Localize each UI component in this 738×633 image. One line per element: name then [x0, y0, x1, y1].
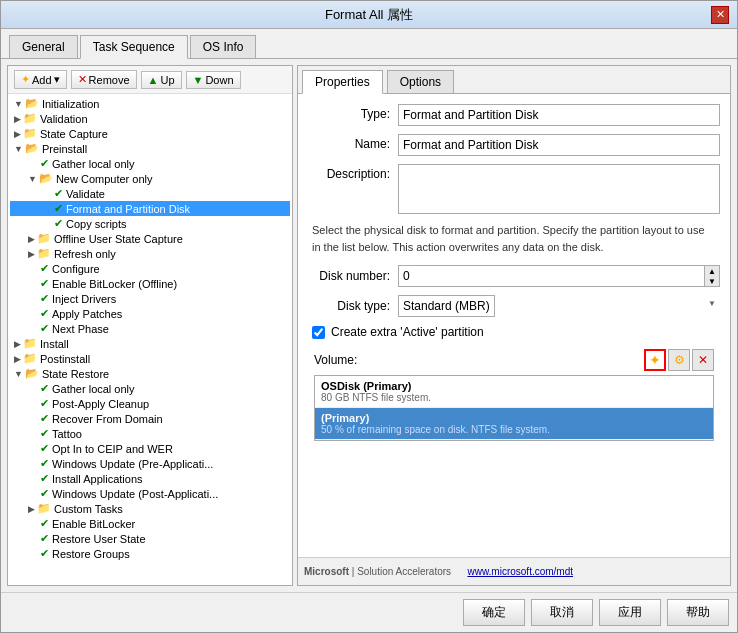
tab-options[interactable]: Options	[387, 70, 454, 93]
title-bar: Format All 属性 ✕	[1, 1, 737, 29]
tree-item[interactable]: ▼📂State Restore	[10, 366, 290, 381]
disk-number-row: Disk number: ▲ ▼	[308, 265, 720, 287]
properties-panel: Properties Options Type: Name: Descripti…	[297, 65, 731, 586]
tab-task-sequence[interactable]: Task Sequence	[80, 35, 188, 59]
tree-item[interactable]: ✔Inject Drivers	[10, 291, 290, 306]
gear-icon: ⚙	[674, 353, 685, 367]
volume-add-button[interactable]: ✦	[644, 349, 666, 371]
active-partition-row: Create extra 'Active' partition	[312, 325, 716, 339]
tree-item[interactable]: ✔Format and Partition Disk	[10, 201, 290, 216]
main-content: ✦ Add ▾ ✕ Remove ▲ Up ▼ Down	[1, 59, 737, 592]
tree-item[interactable]: ▶📁Custom Tasks	[10, 501, 290, 516]
up-icon: ▲	[148, 74, 159, 86]
spinner-down-button[interactable]: ▼	[705, 276, 719, 286]
disk-type-select[interactable]: Standard (MBR) GPT	[398, 295, 495, 317]
spinner-up-button[interactable]: ▲	[705, 266, 719, 276]
tab-general[interactable]: General	[9, 35, 78, 58]
description-row: Description:	[308, 164, 720, 214]
tree-item[interactable]: ✔Restore User State	[10, 531, 290, 546]
tree-item[interactable]: ▶📁Postinstall	[10, 351, 290, 366]
tree-item[interactable]: ✔Recover From Domain	[10, 411, 290, 426]
volume-edit-button[interactable]: ⚙	[668, 349, 690, 371]
window-title: Format All 属性	[27, 6, 711, 24]
properties-content: Type: Name: Description: Select the phys…	[298, 94, 730, 557]
tree-item[interactable]: ▶📁State Capture	[10, 126, 290, 141]
name-row: Name:	[308, 134, 720, 156]
tree-item[interactable]: ✔Windows Update (Pre-Applicati...	[10, 456, 290, 471]
asterisk-icon: ✦	[649, 352, 661, 368]
tree-item[interactable]: ✔Post-Apply Cleanup	[10, 396, 290, 411]
tree-item[interactable]: ▶📁Validation	[10, 111, 290, 126]
tree-item[interactable]: ▶📁Refresh only	[10, 246, 290, 261]
remove-icon: ✕	[78, 73, 87, 86]
type-input[interactable]	[398, 104, 720, 126]
cancel-button[interactable]: 取消	[531, 599, 593, 626]
description-input[interactable]	[398, 164, 720, 214]
close-button[interactable]: ✕	[711, 6, 729, 24]
tree-item[interactable]: ✔Next Phase	[10, 321, 290, 336]
ms-link[interactable]: www.microsoft.com/mdt	[467, 566, 573, 577]
remove-button[interactable]: ✕ Remove	[71, 70, 137, 89]
volume-label: Volume:	[314, 353, 357, 367]
tree-panel: ✦ Add ▾ ✕ Remove ▲ Up ▼ Down	[7, 65, 293, 586]
tree-item[interactable]: ✔Apply Patches	[10, 306, 290, 321]
name-label: Name:	[308, 134, 398, 151]
tree-item[interactable]: ✔Gather local only	[10, 156, 290, 171]
description-label: Description:	[308, 164, 398, 181]
tree-item[interactable]: ▶📁Install	[10, 336, 290, 351]
tree-item[interactable]: ✔Opt In to CEIP and WER	[10, 441, 290, 456]
type-label: Type:	[308, 104, 398, 121]
tree-item[interactable]: ✔Enable BitLocker (Offline)	[10, 276, 290, 291]
spinner-buttons: ▲ ▼	[704, 265, 720, 287]
add-button[interactable]: ✦ Add ▾	[14, 70, 67, 89]
type-row: Type:	[308, 104, 720, 126]
disk-number-spinner: ▲ ▼	[398, 265, 720, 287]
volume-remove-button[interactable]: ✕	[692, 349, 714, 371]
tree-item[interactable]: ✔Restore Groups	[10, 546, 290, 561]
volume-item-1-desc: 80 GB NTFS file system.	[321, 392, 707, 403]
ok-button[interactable]: 确定	[463, 599, 525, 626]
tree-item[interactable]: ✔Windows Update (Post-Applicati...	[10, 486, 290, 501]
volume-list[interactable]: OSDisk (Primary) 80 GB NTFS file system.…	[314, 375, 714, 441]
tab-os-info[interactable]: OS Info	[190, 35, 257, 58]
properties-tab-bar: Properties Options	[298, 66, 730, 94]
tree-item[interactable]: ✔Install Applications	[10, 471, 290, 486]
disk-number-input[interactable]	[398, 265, 704, 287]
volume-item-1-name: OSDisk (Primary)	[321, 380, 707, 392]
main-window: Format All 属性 ✕ General Task Sequence OS…	[0, 0, 738, 633]
tree-toolbar: ✦ Add ▾ ✕ Remove ▲ Up ▼ Down	[8, 66, 292, 94]
tree-item[interactable]: ▶📁Offline User State Capture	[10, 231, 290, 246]
help-button[interactable]: 帮助	[667, 599, 729, 626]
tab-properties[interactable]: Properties	[302, 70, 383, 94]
disk-type-label: Disk type:	[308, 299, 398, 313]
volume-item-1[interactable]: OSDisk (Primary) 80 GB NTFS file system.	[315, 376, 713, 408]
tree-item[interactable]: ✔Configure	[10, 261, 290, 276]
volume-buttons: ✦ ⚙ ✕	[644, 349, 714, 371]
task-sequence-tree[interactable]: ▼📂Initialization▶📁Validation▶📁State Capt…	[8, 94, 292, 585]
tree-item[interactable]: ✔Gather local only	[10, 381, 290, 396]
down-button[interactable]: ▼ Down	[186, 71, 241, 89]
tree-item[interactable]: ✔Tattoo	[10, 426, 290, 441]
microsoft-logo: Microsoft | Solution Accelerators www.mi…	[304, 566, 573, 577]
volume-item-2[interactable]: (Primary) 50 % of remaining space on dis…	[315, 408, 713, 440]
tree-item[interactable]: ▼📂Initialization	[10, 96, 290, 111]
microsoft-label: Microsoft | Solution Accelerators	[304, 566, 451, 577]
dialog-buttons: 确定 取消 应用 帮助	[1, 592, 737, 632]
up-button[interactable]: ▲ Up	[141, 71, 182, 89]
tree-item[interactable]: ✔Copy scripts	[10, 216, 290, 231]
footer-bar: Microsoft | Solution Accelerators www.mi…	[298, 557, 730, 585]
tree-item[interactable]: ▼📂Preinstall	[10, 141, 290, 156]
add-icon: ✦	[21, 73, 30, 86]
tree-item[interactable]: ✔Enable BitLocker	[10, 516, 290, 531]
volume-item-2-desc: 50 % of remaining space on disk. NTFS fi…	[321, 424, 707, 435]
name-input[interactable]	[398, 134, 720, 156]
tree-item[interactable]: ▼📂New Computer only	[10, 171, 290, 186]
apply-button[interactable]: 应用	[599, 599, 661, 626]
add-dropdown-icon: ▾	[54, 73, 60, 86]
disk-type-select-wrap: Standard (MBR) GPT	[398, 295, 720, 317]
volume-delete-icon: ✕	[698, 353, 708, 367]
active-partition-checkbox[interactable]	[312, 326, 325, 339]
active-partition-label: Create extra 'Active' partition	[331, 325, 484, 339]
tree-item[interactable]: ✔Validate	[10, 186, 290, 201]
down-icon: ▼	[193, 74, 204, 86]
